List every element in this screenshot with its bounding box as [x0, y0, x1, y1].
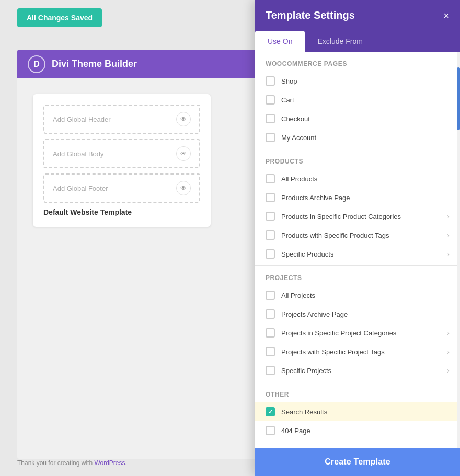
- option-label-specific-projects: Specific Projects: [281, 367, 441, 375]
- eye-icon-header[interactable]: 👁: [176, 112, 191, 126]
- modal-tabs: Use On Exclude From: [255, 31, 460, 52]
- checkbox-all-projects[interactable]: [266, 291, 275, 300]
- option-404[interactable]: 404 Page: [255, 421, 460, 440]
- tab-exclude-from[interactable]: Exclude From: [305, 31, 375, 52]
- option-label-404: 404 Page: [281, 427, 450, 435]
- option-all-products[interactable]: All Products: [255, 169, 460, 188]
- add-global-footer-row: Add Global Footer 👁: [43, 173, 200, 203]
- checkbox-specific-projects[interactable]: [266, 366, 275, 375]
- template-card: Add Global Header 👁 Add Global Body 👁 Ad…: [33, 94, 211, 227]
- wordpress-link[interactable]: WordPress: [94, 459, 125, 467]
- chevron-right-icon-6: ›: [447, 366, 450, 375]
- option-label-my-account: My Account: [281, 134, 450, 142]
- create-template-button[interactable]: Create Template: [255, 448, 460, 476]
- option-projects-archive[interactable]: Projects Archive Page: [255, 305, 460, 323]
- chevron-right-icon-1: ›: [447, 212, 450, 220]
- option-label-search-results: Search Results: [281, 408, 450, 416]
- option-products-specific-categories[interactable]: Products in Specific Product Categories …: [255, 207, 460, 226]
- modal-close-button[interactable]: ×: [443, 10, 450, 21]
- option-checkout[interactable]: Checkout: [255, 109, 460, 128]
- option-all-projects[interactable]: All Projects: [255, 286, 460, 305]
- section-label-woocommerce: WooCommerce Pages: [255, 52, 460, 72]
- chevron-right-icon-2: ›: [447, 231, 450, 239]
- add-global-header-row: Add Global Header 👁: [43, 105, 200, 134]
- option-specific-projects[interactable]: Specific Projects ›: [255, 361, 460, 380]
- option-projects-specific-tags[interactable]: Projects with Specific Project Tags ›: [255, 342, 460, 361]
- option-search-results[interactable]: 1 Search Results: [255, 402, 460, 421]
- option-label-products-specific-categories: Products in Specific Product Categories: [281, 213, 441, 220]
- option-label-products-specific-tags: Products with Specific Product Tags: [281, 231, 441, 239]
- eye-icon-body[interactable]: 👁: [176, 146, 191, 161]
- checkbox-shop[interactable]: [266, 76, 275, 86]
- tab-use-on[interactable]: Use On: [255, 31, 305, 52]
- all-changes-saved-button[interactable]: All Changes Saved: [17, 8, 102, 27]
- checkbox-projects-specific-tags[interactable]: [266, 347, 275, 356]
- modal-header: Template Settings ×: [255, 0, 460, 31]
- option-projects-specific-categories[interactable]: Projects in Specific Project Categories …: [255, 323, 460, 342]
- modal-body: WooCommerce Pages Shop Cart Checkout My …: [255, 52, 460, 448]
- option-label-shop: Shop: [281, 77, 450, 85]
- chevron-right-icon-3: ›: [447, 250, 450, 258]
- footer-text: Thank you for creating with WordPress.: [17, 459, 127, 467]
- section-label-products: Products: [255, 149, 460, 169]
- option-label-specific-products: Specific Products: [281, 250, 441, 258]
- option-label-projects-specific-categories: Projects in Specific Project Categories: [281, 329, 441, 337]
- option-products-archive[interactable]: Products Archive Page: [255, 188, 460, 207]
- template-settings-modal: Template Settings × Use On Exclude From …: [255, 0, 460, 476]
- checkbox-projects-specific-categories[interactable]: [266, 328, 275, 338]
- scrollbar-thumb[interactable]: [457, 67, 460, 130]
- divi-title: Divi Theme Builder: [52, 59, 137, 69]
- option-products-specific-tags[interactable]: Products with Specific Product Tags ›: [255, 226, 460, 245]
- checkbox-specific-products[interactable]: [266, 249, 275, 259]
- section-label-other: Other: [255, 382, 460, 402]
- option-label-cart: Cart: [281, 96, 450, 104]
- option-label-projects-archive: Projects Archive Page: [281, 310, 450, 318]
- option-label-projects-specific-tags: Projects with Specific Project Tags: [281, 348, 441, 356]
- add-global-body-row: Add Global Body 👁: [43, 139, 200, 168]
- checkbox-products-archive[interactable]: [266, 193, 275, 202]
- divi-logo-icon: D: [28, 55, 45, 73]
- checkbox-checkout[interactable]: [266, 114, 275, 123]
- checkbox-search-results[interactable]: [266, 407, 275, 416]
- checkbox-404[interactable]: [266, 426, 275, 435]
- checkbox-projects-archive[interactable]: [266, 309, 275, 319]
- option-label-checkout: Checkout: [281, 115, 450, 123]
- modal-title: Template Settings: [266, 9, 355, 21]
- chevron-right-icon-4: ›: [447, 329, 450, 337]
- checkbox-cart[interactable]: [266, 95, 275, 105]
- eye-icon-footer[interactable]: 👁: [176, 181, 191, 195]
- option-cart[interactable]: Cart: [255, 90, 460, 109]
- scrollbar-track: [457, 52, 460, 448]
- option-my-account[interactable]: My Account: [255, 128, 460, 147]
- checkbox-all-products[interactable]: [266, 174, 275, 183]
- option-label-all-products: All Products: [281, 175, 450, 183]
- section-label-projects: Projects: [255, 266, 460, 286]
- step-arrow-icon: [255, 409, 257, 415]
- chevron-right-icon-5: ›: [447, 347, 450, 356]
- option-specific-products[interactable]: Specific Products ›: [255, 245, 460, 263]
- checkbox-products-specific-tags[interactable]: [266, 230, 275, 240]
- checkbox-my-account[interactable]: [266, 133, 275, 142]
- template-name: Default Website Template: [43, 208, 200, 216]
- option-label-products-archive: Products Archive Page: [281, 194, 450, 202]
- option-label-all-projects: All Projects: [281, 292, 450, 299]
- checkbox-products-specific-categories[interactable]: [266, 212, 275, 221]
- option-shop[interactable]: Shop: [255, 72, 460, 90]
